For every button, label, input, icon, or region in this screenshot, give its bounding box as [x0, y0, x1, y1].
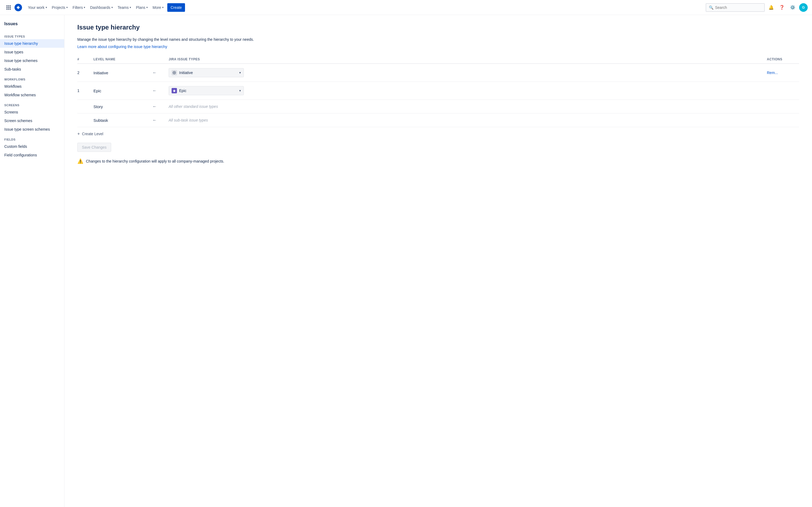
subtask-type-text: All sub-task issue types — [169, 118, 208, 122]
row-epic-arrow: ← — [153, 88, 169, 93]
sidebar-section-screens: SCREENS — [0, 99, 64, 108]
svg-rect-1 — [8, 5, 9, 6]
nav-your-work[interactable]: Your work▾ — [26, 3, 49, 12]
sidebar-item-screen-schemes[interactable]: Screen schemes — [0, 116, 64, 125]
svg-rect-5 — [10, 7, 11, 8]
row-epic-num: 1 — [77, 89, 93, 93]
svg-rect-4 — [8, 7, 9, 8]
warning-text: Changes to the hierarchy configuration w… — [86, 159, 224, 163]
svg-rect-8 — [10, 9, 11, 10]
warning-icon: ⚠️ — [77, 158, 83, 164]
epic-type-dropdown[interactable]: Epic ▾ — [169, 86, 244, 95]
search-icon: 🔍 — [709, 5, 713, 10]
notifications-button[interactable]: 🔔 — [767, 3, 775, 12]
sidebar-item-workflow-schemes[interactable]: Workflow schemes — [0, 91, 64, 99]
hierarchy-table: # Level Name Jira Issue Types Actions 2 … — [77, 55, 799, 127]
col-level-name: Level Name — [93, 57, 153, 61]
grid-icon[interactable] — [4, 3, 13, 12]
sidebar-top: Issues — [0, 20, 64, 31]
row-initiative-num: 2 — [77, 70, 93, 75]
nav-plans[interactable]: Plans▾ — [134, 3, 150, 12]
save-changes-button[interactable]: Save Changes — [77, 143, 111, 152]
col-jira-types: Jira Issue Types — [169, 57, 767, 61]
table-header: # Level Name Jira Issue Types Actions — [77, 55, 799, 64]
sidebar-section-workflows: WORKFLOWS — [0, 73, 64, 82]
epic-type-chevron: ▾ — [239, 89, 241, 93]
plus-icon: + — [77, 131, 80, 136]
top-navigation: Your work▾ Projects▾ Filters▾ Dashboards… — [0, 0, 812, 15]
table-row: Story ← All other standard issue types — [77, 100, 799, 113]
row-epic-types: Epic ▾ — [169, 86, 767, 95]
row-initiative-arrow: ← — [153, 70, 169, 75]
svg-rect-3 — [6, 7, 7, 8]
search-input[interactable] — [715, 5, 762, 10]
create-button[interactable]: Create — [167, 3, 185, 12]
svg-rect-6 — [6, 9, 7, 10]
initiative-type-icon — [171, 70, 177, 75]
create-level-label: Create Level — [82, 132, 103, 136]
row-story-arrow: ← — [153, 104, 169, 109]
sidebar-item-issue-type-schemes[interactable]: Issue type schemes — [0, 56, 64, 65]
page-title: Issue type hierarchy — [77, 23, 799, 31]
sidebar-item-issue-type-hierarchy[interactable]: Issue type hierarchy — [0, 39, 64, 48]
row-subtask-name: Subtask — [93, 118, 153, 123]
sidebar-section-issue-types: ISSUE TYPES — [0, 31, 64, 39]
sidebar-item-field-configurations[interactable]: Field configurations — [0, 151, 64, 159]
row-initiative-name: Initiative — [93, 70, 153, 75]
sidebar-item-custom-fields[interactable]: Custom fields — [0, 142, 64, 151]
svg-rect-0 — [6, 5, 7, 6]
remove-initiative-link[interactable]: Rem... — [767, 70, 778, 75]
initiative-type-label: Initiative — [179, 70, 237, 75]
row-subtask-types: All sub-task issue types — [169, 118, 767, 122]
nav-items: Your work▾ Projects▾ Filters▾ Dashboards… — [26, 3, 705, 12]
help-button[interactable]: ❓ — [778, 3, 786, 12]
sidebar-item-issue-types[interactable]: Issue types — [0, 48, 64, 56]
table-row: 2 Initiative ← Initiative ▾ — [77, 64, 799, 82]
app-logo[interactable] — [14, 3, 22, 12]
sidebar-item-screens[interactable]: Screens — [0, 108, 64, 116]
page-description: Manage the issue type hierarchy by chang… — [77, 37, 799, 42]
create-level-button[interactable]: + Create Level — [77, 127, 799, 140]
initiative-type-dropdown[interactable]: Initiative ▾ — [169, 68, 244, 77]
table-row: 1 Epic ← Epic ▾ — [77, 82, 799, 100]
learn-more-link[interactable]: Learn more about configuring the issue t… — [77, 45, 167, 49]
table-row: Subtask ← All sub-task issue types — [77, 113, 799, 127]
row-epic-name: Epic — [93, 89, 153, 93]
row-initiative-actions: Rem... — [767, 70, 799, 75]
main-content: Issue type hierarchy Manage the issue ty… — [64, 15, 812, 507]
row-story-name: Story — [93, 104, 153, 109]
col-arrow — [153, 57, 169, 61]
row-story-types: All other standard issue types — [169, 104, 767, 109]
story-type-text: All other standard issue types — [169, 104, 218, 109]
nav-dashboards[interactable]: Dashboards▾ — [88, 3, 115, 12]
svg-point-10 — [174, 72, 175, 73]
row-subtask-arrow: ← — [153, 118, 169, 123]
row-initiative-types: Initiative ▾ — [169, 68, 767, 77]
warning-message: ⚠️ Changes to the hierarchy configuratio… — [77, 158, 799, 164]
settings-button[interactable]: ⚙️ — [789, 3, 797, 12]
svg-rect-2 — [10, 5, 11, 6]
user-avatar[interactable]: G — [799, 3, 808, 12]
sidebar-item-sub-tasks[interactable]: Sub-tasks — [0, 65, 64, 73]
sidebar-section-fields: FIELDS — [0, 133, 64, 142]
nav-teams[interactable]: Teams▾ — [115, 3, 133, 12]
nav-filters[interactable]: Filters▾ — [70, 3, 87, 12]
nav-projects[interactable]: Projects▾ — [50, 3, 70, 12]
epic-type-icon — [171, 88, 177, 93]
sidebar-item-workflows[interactable]: Workflows — [0, 82, 64, 91]
col-actions: Actions — [767, 57, 799, 61]
search-bar[interactable]: 🔍 — [706, 3, 765, 12]
initiative-type-chevron: ▾ — [239, 71, 241, 74]
epic-type-label: Epic — [179, 89, 237, 93]
col-num: # — [77, 57, 93, 61]
sidebar-item-issue-type-screen-schemes[interactable]: Issue type screen schemes — [0, 125, 64, 133]
svg-rect-7 — [8, 9, 9, 10]
sidebar-title[interactable]: Issues — [4, 21, 60, 26]
page-layout: Issues ISSUE TYPES Issue type hierarchy … — [0, 15, 812, 507]
topnav-right: 🔍 🔔 ❓ ⚙️ G — [706, 3, 808, 12]
sidebar: Issues ISSUE TYPES Issue type hierarchy … — [0, 15, 64, 507]
nav-more[interactable]: More▾ — [150, 3, 166, 12]
